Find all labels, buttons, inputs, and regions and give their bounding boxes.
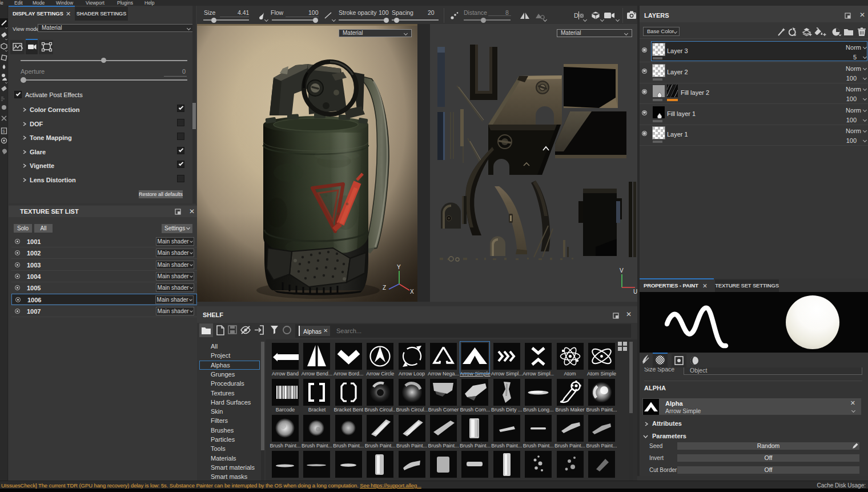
svg-text:S: S xyxy=(2,129,5,133)
svg-text:Y: Y xyxy=(397,264,401,270)
svg-text:U: U xyxy=(633,289,637,295)
svg-text:Z: Z xyxy=(383,285,386,291)
svg-text:X: X xyxy=(410,289,414,295)
svg-text:D: D xyxy=(574,12,578,19)
svg-text:V: V xyxy=(620,267,624,274)
